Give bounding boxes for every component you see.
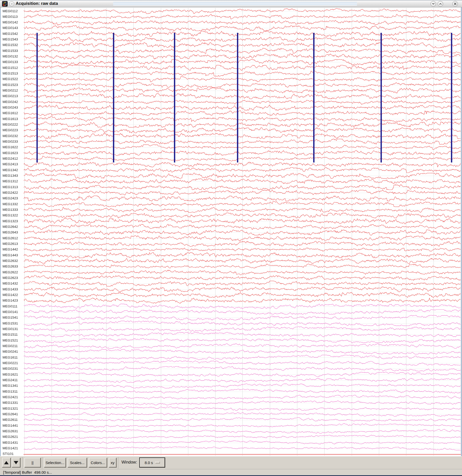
channel-label[interactable]: MEG0233 [3,140,18,144]
scroll-down-button[interactable] [12,458,20,467]
channel-label[interactable]: MEG2612 [3,236,18,240]
channel-label[interactable]: MEG0141 [3,310,18,314]
channel-label[interactable]: MEG1331 [3,401,18,405]
channel-label[interactable]: MEG2622 [3,270,18,274]
channel-label[interactable]: MEG1312 [3,179,18,183]
window-length-select[interactable]: 8.0 s [139,457,165,468]
channel-label[interactable]: MEG0212 [3,88,18,93]
channel-label[interactable]: MEG1522 [3,77,18,81]
channel-label[interactable]: MEG1543 [3,37,18,41]
channel-label[interactable]: MEG1323 [3,219,18,223]
colors-button[interactable]: Colors... [89,458,107,467]
channel-label[interactable]: MEG2613 [3,242,18,246]
channel-label[interactable]: MEG1441 [3,424,18,428]
channel-label[interactable]: MEG0241 [3,350,18,354]
channel-label[interactable]: MEG1533 [3,49,18,53]
channel-label[interactable]: MEG1311 [3,390,18,394]
toolbar: || Selection... Scales... Colors... xy W… [0,456,462,469]
channel-label[interactable]: MEG2621 [3,435,18,439]
shade-button[interactable] [430,1,436,7]
channel-label[interactable]: MEG1532 [3,43,18,47]
trace-display[interactable] [0,7,462,456]
channel-label[interactable]: MEG1611 [3,355,18,360]
pause-button[interactable]: || [24,458,41,467]
titlebar[interactable]: Acquisition: raw data [0,0,462,7]
channel-label[interactable]: STI101 [3,452,14,456]
channel-label[interactable]: MEG0231 [3,367,18,371]
channel-label[interactable]: MEG2641 [3,412,18,416]
channel-label[interactable]: MEG0133 [3,60,18,64]
triangle-down-icon [14,461,18,464]
channel-label[interactable]: MEG1421 [3,446,18,450]
channel-label[interactable]: MEG0113 [3,15,18,19]
channel-label[interactable]: MEG1313 [3,185,18,189]
channel-label[interactable]: MEG1432 [3,281,18,286]
channel-label[interactable]: MEG1442 [3,247,18,251]
channel-label[interactable]: MEG0223 [3,128,18,132]
window-length-value: 8.0 s [145,460,153,465]
channel-label[interactable]: MEG0111 [3,304,18,308]
channel-label[interactable]: MEG0243 [3,106,18,110]
channel-label[interactable]: MEG0242 [3,100,18,104]
titlebar-grip-stripes [113,2,357,6]
channel-label[interactable]: MEG2423 [3,196,18,200]
channel-label[interactable]: MEG1321 [3,407,18,411]
channel-label[interactable]: MEG1332 [3,202,18,206]
channel-label[interactable]: MEG2633 [3,264,18,269]
close-button[interactable] [452,1,458,7]
channel-label[interactable]: MEG1521 [3,338,18,343]
channel-label[interactable]: MEG2631 [3,429,18,433]
channel-label[interactable]: MEG1443 [3,253,18,257]
channel-label[interactable]: MEG0132 [3,54,18,58]
unshade-button[interactable] [438,1,443,7]
channel-label[interactable]: MEG0221 [3,361,18,365]
channel-label[interactable]: MEG2421 [3,395,18,399]
channel-label[interactable]: MEG1433 [3,287,18,291]
channel-label[interactable]: MEG1333 [3,208,18,212]
channel-label[interactable]: MEG1422 [3,293,18,297]
channel-label[interactable]: MEG2632 [3,259,18,263]
channel-label[interactable]: MEG2623 [3,276,18,280]
window-left-edge [0,7,1,456]
channel-label[interactable]: MEG0211 [3,344,18,348]
channel-label[interactable]: MEG1622 [3,145,18,149]
channel-label[interactable]: MEG1531 [3,321,18,325]
channel-label[interactable]: MEG0143 [3,26,18,30]
channel-label[interactable]: MEG1542 [3,32,18,36]
channel-label[interactable]: MEG1511 [3,333,18,337]
channel-label[interactable]: MEG1322 [3,213,18,217]
scroll-up-button[interactable] [2,458,11,467]
window-menu-button[interactable] [9,1,14,6]
app-icon [2,1,8,7]
scales-button[interactable]: Scales... [68,458,87,467]
channel-label[interactable]: MEG1623 [3,151,18,155]
channel-label[interactable]: MEG0213 [3,94,18,98]
channel-label[interactable]: MEG2422 [3,191,18,195]
channel-label[interactable]: MEG1512 [3,66,18,70]
channel-label[interactable]: MEG1341 [3,384,18,388]
channel-label[interactable]: MEG0112 [3,9,18,13]
channel-label[interactable]: MEG1621 [3,373,18,377]
channel-label[interactable]: MEG1431 [3,441,18,445]
channel-label[interactable]: MEG0222 [3,123,18,127]
channel-label[interactable]: MEG1613 [3,117,18,121]
xy-button[interactable]: xy [109,458,116,467]
channel-label[interactable]: MEG1612 [3,111,18,115]
channel-label[interactable]: MEG1423 [3,299,18,303]
channel-label[interactable]: MEG0142 [3,20,18,24]
channel-label[interactable]: MEG1343 [3,174,18,178]
channel-label[interactable]: MEG2611 [3,418,18,422]
channel-label[interactable]: MEG2412 [3,157,18,161]
channel-label[interactable]: MEG2413 [3,162,18,166]
channel-label[interactable]: MEG1342 [3,168,18,172]
acquisition-window: Acquisition: raw data MEG0112MEG0113MEG0… [0,0,462,476]
channel-label[interactable]: MEG1541 [3,316,18,320]
channel-label[interactable]: MEG2411 [3,378,18,382]
channel-label[interactable]: MEG0131 [3,327,18,331]
selection-button[interactable]: Selection... [44,458,66,467]
channel-label[interactable]: MEG1523 [3,83,18,87]
channel-label[interactable]: MEG1513 [3,71,18,76]
channel-label[interactable]: MEG2642 [3,225,18,229]
channel-label[interactable]: MEG2643 [3,230,18,234]
channel-label[interactable]: MEG0232 [3,134,18,138]
